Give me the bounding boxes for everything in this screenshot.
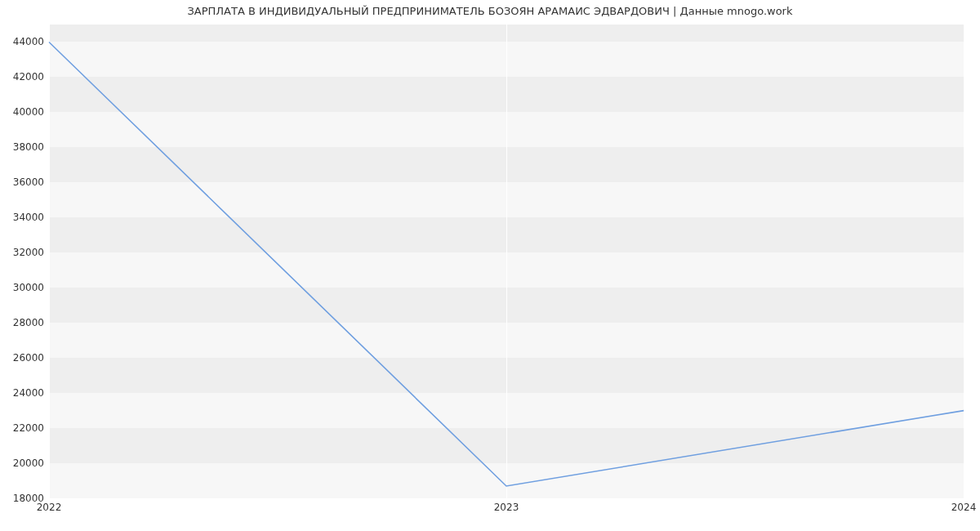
chart-title: ЗАРПЛАТА В ИНДИВИДУАЛЬНЫЙ ПРЕДПРИНИМАТЕЛ… [0, 5, 980, 17]
y-tick-label: 32000 [3, 247, 44, 258]
y-tick-label: 40000 [3, 106, 44, 118]
data-line [49, 25, 964, 498]
y-tick-label: 34000 [3, 212, 44, 223]
x-tick-label: 2024 [951, 502, 977, 513]
y-tick-label: 28000 [3, 317, 44, 328]
y-tick-label: 22000 [3, 422, 44, 434]
chart-container: ЗАРПЛАТА В ИНДИВИДУАЛЬНЫЙ ПРЕДПРИНИМАТЕЛ… [0, 0, 980, 531]
x-tick-label: 2023 [494, 502, 519, 513]
x-tick-label: 2022 [37, 502, 62, 513]
y-tick-label: 30000 [3, 282, 44, 293]
y-tick-label: 44000 [3, 36, 44, 47]
y-tick-label: 20000 [3, 457, 44, 469]
y-tick-label: 26000 [3, 352, 44, 364]
plot-area [49, 25, 964, 498]
y-tick-label: 36000 [3, 176, 44, 188]
y-tick-label: 24000 [3, 387, 44, 399]
y-tick-label: 38000 [3, 141, 44, 153]
y-tick-label: 42000 [3, 71, 44, 83]
